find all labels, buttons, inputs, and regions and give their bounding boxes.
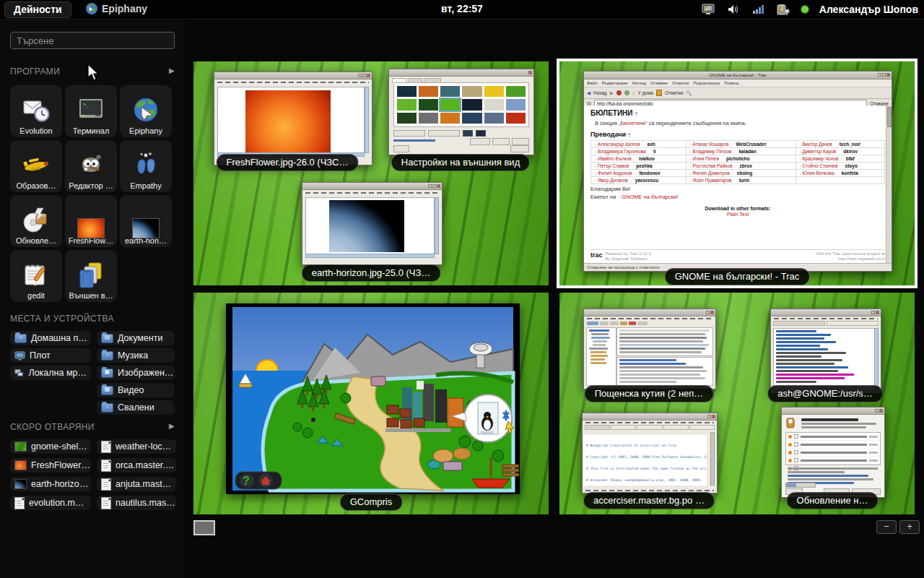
app-menu[interactable]: Epiphany [85,2,147,15]
menu-item[interactable]: Изглед [632,81,646,85]
translator-link[interactable]: Красимир Чонов [803,156,839,161]
search-input[interactable] [10,32,175,49]
get-more-link[interactable] [393,139,435,142]
window-thumbnail-evolution[interactable] [583,309,716,389]
recent-item[interactable]: weather-loc… [97,439,176,454]
place-item-downloads[interactable]: ↓ Свалени [97,400,175,415]
translator-link[interactable]: Филип Димитров [693,171,730,176]
reload-icon[interactable] [624,90,629,95]
wallpaper-thumb[interactable] [440,86,460,97]
clock[interactable]: вт, 22:57 [441,3,483,14]
translator-link[interactable]: Илия Пенев [693,156,719,161]
app-tile-gcompris[interactable]: Образов… [10,140,62,192]
app-tile-earthhorizon[interactable]: earth-hori… [120,195,172,247]
place-item-videos[interactable]: ▦ Видео [97,383,175,397]
app-tile-gimp[interactable]: Редактор … [65,140,117,192]
wallpaper-thumb[interactable] [462,113,481,124]
app-tile-epiphany[interactable]: Epiphany [120,85,172,137]
wallpaper-thumb[interactable] [440,113,460,124]
volume-icon[interactable] [727,4,741,15]
translator-link[interactable]: Александър Шопов [598,142,640,147]
window-thumbnail-terminal[interactable] [770,309,881,394]
wallpaper-thumb[interactable] [419,99,438,110]
wallpaper-thumb[interactable] [462,99,481,110]
gedit-tab[interactable] [585,425,610,430]
wallpaper-thumb[interactable] [419,113,438,124]
app-tile-gedit[interactable]: gedit [10,250,62,302]
recent-expander-icon[interactable]: ▶ [169,422,175,432]
app-tile-appearance[interactable]: Външен в… [65,250,117,302]
translator-link[interactable]: Ивайло Вълков [598,156,632,161]
back-arrow-icon[interactable]: ◀ [587,90,590,96]
power-icon[interactable] [776,4,790,16]
workspace-thumbnail-2-active[interactable]: GNOME на български! - Trac Файл Редактир… [559,61,915,285]
menu-item[interactable]: Редактиране [602,81,628,85]
scrollbar-vertical[interactable] [435,197,439,254]
app-tile-updates[interactable]: Обновле… [10,195,62,247]
menu-item[interactable]: Файл [587,81,598,85]
programs-expander-icon[interactable]: ▶ [169,66,175,77]
translator-link[interactable]: Атанас Кошаров [693,142,729,147]
wallpaper-thumb[interactable] [397,86,417,97]
bookmarks-button-label[interactable]: Отметки [665,90,683,95]
place-item-network[interactable]: Локална мр… [10,366,91,380]
menu-item[interactable]: Помощ [724,81,738,85]
wallpaper-thumb[interactable] [397,113,417,124]
wallpaper-thumb[interactable] [397,99,417,110]
home-button-label[interactable]: У дома [638,90,653,95]
place-item-documents[interactable]: ▤ Документи [97,331,175,345]
place-item-home[interactable]: ⌂ Домашна п… [10,331,91,345]
scrollbar-vertical[interactable] [710,432,715,486]
workspace-thumbnail-1[interactable]: FreshFlower.jpg-26.0 (ЧЗС… [193,61,549,285]
bulletins-link[interactable]: Бюлетини [620,120,645,126]
close-button[interactable] [510,145,529,152]
window-thumbnail-appearance[interactable] [388,69,534,155]
user-menu[interactable]: Александър Шопов [819,4,918,15]
menu-item[interactable]: Отметки [672,81,689,85]
gedit-tab[interactable] [637,425,662,430]
recent-item[interactable]: earth-horizo… [10,477,91,491]
menu-item[interactable]: Отиване [650,81,668,85]
workspace-thumbnail-3[interactable]: ? GCompris [193,293,549,514]
window-thumbnail-gimp-earth[interactable] [302,182,443,265]
help-button[interactable] [393,145,409,152]
back-button-label[interactable]: Назад [593,90,607,95]
translator-link[interactable]: Стойчо Станчев [803,163,838,168]
button[interactable] [512,138,529,145]
wallpaper-thumb[interactable] [419,86,438,97]
translator-link[interactable]: Владимира Гиргинова [598,149,646,154]
recent-item[interactable]: anjuta.mast… [97,477,176,491]
translator-link[interactable]: Петър Славов [598,163,629,168]
translator-link[interactable]: Юлия Велкова [803,171,834,176]
wallpaper-thumb-selected[interactable] [440,99,460,110]
window-thumbnail-gedit-po[interactable]: # Bulgarian translation of accerciser po… [582,413,718,493]
combo-box[interactable] [428,130,460,137]
plain-text-link[interactable]: Plain Text [727,212,749,217]
bookmark-icon[interactable] [656,90,662,96]
app-tile-freshflower[interactable]: FreshFlow… [65,195,117,247]
button[interactable] [470,138,490,145]
workspace-drop-target[interactable] [193,520,215,535]
wallpaper-thumb[interactable] [506,86,526,97]
trac-site-link[interactable]: http://trac.edgewall.com/ [838,256,885,261]
translator-link[interactable]: Виктор Дачев [803,142,832,147]
recent-item[interactable]: orca.master.… [97,458,176,473]
home-icon[interactable]: ⌂ [632,90,635,95]
workspace-thumbnail-4[interactable]: Пощенска кутия (2 неп… ash@GNOME:/usr/s… [559,293,915,514]
browser-scrollbar[interactable] [886,105,892,264]
translator-link[interactable]: Владимир Петков [693,149,732,154]
recent-item[interactable]: nautilus.mas… [97,496,176,510]
terminal-tab[interactable] [827,321,879,326]
wallpaper-thumb[interactable] [484,86,504,97]
color-swatch[interactable] [463,130,473,137]
window-thumbnail-update-manager[interactable] [781,407,885,498]
button[interactable] [492,138,510,145]
recent-item[interactable]: FreshFlower… [10,458,91,473]
network-signal-icon[interactable] [752,4,765,15]
app-tile-empathy[interactable]: Empathy [120,140,172,192]
wallpaper-thumb[interactable] [484,99,504,110]
window-thumbnail-epiphany-trac[interactable]: GNOME на български! - Trac Файл Редактир… [583,71,892,272]
recent-item[interactable]: evolution.m… [10,496,91,510]
workspace-remove-button[interactable]: − [876,520,897,534]
workspace-add-button[interactable]: + [899,520,920,534]
